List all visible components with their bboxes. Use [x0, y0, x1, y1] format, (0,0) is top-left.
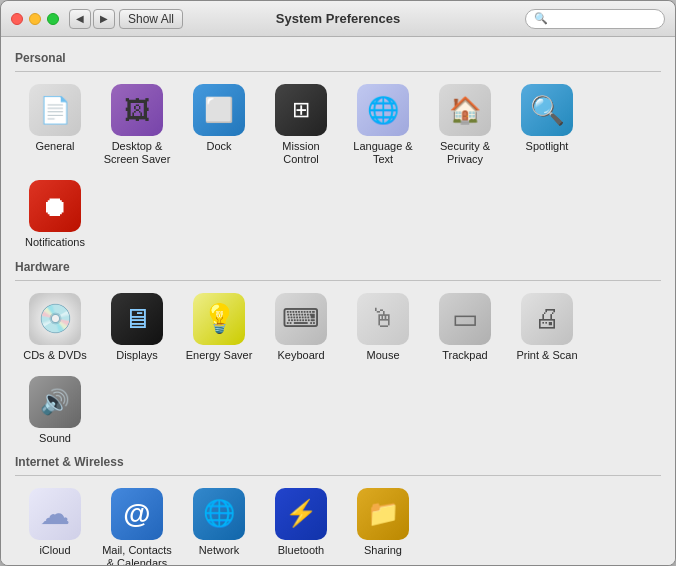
traffic-lights	[11, 13, 59, 25]
pref-label-mail: Mail, Contacts & Calendars	[101, 544, 173, 565]
pref-icon-displays: 🖥	[111, 293, 163, 345]
section-label-internet: Internet & Wireless	[15, 455, 661, 469]
icon-grid-hardware: 💿CDs & DVDs🖥Displays💡Energy Saver⌨Keyboa…	[15, 287, 661, 451]
pref-item-mail[interactable]: @Mail, Contacts & Calendars	[97, 482, 177, 565]
pref-label-icloud: iCloud	[39, 544, 70, 557]
pref-label-bluetooth: Bluetooth	[278, 544, 324, 557]
pref-label-desktop: Desktop & Screen Saver	[101, 140, 173, 166]
pref-item-sound[interactable]: 🔊Sound	[15, 370, 95, 451]
pref-item-language[interactable]: 🌐Language & Text	[343, 78, 423, 172]
pref-item-dock[interactable]: ⬜Dock	[179, 78, 259, 172]
back-button[interactable]: ◀	[69, 9, 91, 29]
section-personal: Personal📄General🖼Desktop & Screen Saver⬜…	[15, 51, 661, 256]
pref-label-print: Print & Scan	[516, 349, 577, 362]
pref-label-general: General	[35, 140, 74, 153]
section-divider-internet	[15, 475, 661, 476]
pref-item-energy[interactable]: 💡Energy Saver	[179, 287, 259, 368]
icon-grid-internet: ☁iCloud@Mail, Contacts & Calendars🌐Netwo…	[15, 482, 661, 565]
pref-icon-security: 🏠	[439, 84, 491, 136]
section-label-personal: Personal	[15, 51, 661, 65]
pref-label-language: Language & Text	[347, 140, 419, 166]
search-box[interactable]: 🔍	[525, 9, 665, 29]
pref-item-keyboard[interactable]: ⌨Keyboard	[261, 287, 341, 368]
pref-item-icloud[interactable]: ☁iCloud	[15, 482, 95, 565]
pref-label-sharing: Sharing	[364, 544, 402, 557]
pref-icon-desktop: 🖼	[111, 84, 163, 136]
titlebar: ◀ ▶ Show All System Preferences 🔍	[1, 1, 675, 37]
pref-icon-general: 📄	[29, 84, 81, 136]
pref-icon-mission: ⊞	[275, 84, 327, 136]
pref-label-cds: CDs & DVDs	[23, 349, 87, 362]
pref-label-mission: Mission Control	[265, 140, 337, 166]
pref-item-notifications[interactable]: ⏺Notifications	[15, 174, 95, 255]
pref-item-security[interactable]: 🏠Security & Privacy	[425, 78, 505, 172]
pref-icon-network: 🌐	[193, 488, 245, 540]
pref-item-print[interactable]: 🖨Print & Scan	[507, 287, 587, 368]
show-all-button[interactable]: Show All	[119, 9, 183, 29]
search-icon: 🔍	[534, 12, 548, 25]
pref-icon-mouse: 🖱	[357, 293, 409, 345]
section-divider-personal	[15, 71, 661, 72]
pref-label-sound: Sound	[39, 432, 71, 445]
section-label-hardware: Hardware	[15, 260, 661, 274]
pref-label-notifications: Notifications	[25, 236, 85, 249]
search-input[interactable]	[552, 13, 656, 25]
pref-icon-sound: 🔊	[29, 376, 81, 428]
close-button[interactable]	[11, 13, 23, 25]
pref-label-mouse: Mouse	[366, 349, 399, 362]
preferences-content: Personal📄General🖼Desktop & Screen Saver⬜…	[1, 37, 675, 565]
pref-label-trackpad: Trackpad	[442, 349, 487, 362]
pref-item-cds[interactable]: 💿CDs & DVDs	[15, 287, 95, 368]
pref-label-security: Security & Privacy	[429, 140, 501, 166]
pref-item-trackpad[interactable]: ▭Trackpad	[425, 287, 505, 368]
pref-icon-notifications: ⏺	[29, 180, 81, 232]
system-preferences-window: ◀ ▶ Show All System Preferences 🔍 Person…	[0, 0, 676, 566]
pref-label-spotlight: Spotlight	[526, 140, 569, 153]
pref-item-bluetooth[interactable]: ⚡Bluetooth	[261, 482, 341, 565]
pref-label-displays: Displays	[116, 349, 158, 362]
pref-label-network: Network	[199, 544, 239, 557]
pref-item-general[interactable]: 📄General	[15, 78, 95, 172]
pref-icon-cds: 💿	[29, 293, 81, 345]
pref-item-displays[interactable]: 🖥Displays	[97, 287, 177, 368]
pref-icon-bluetooth: ⚡	[275, 488, 327, 540]
pref-icon-sharing: 📁	[357, 488, 409, 540]
pref-item-network[interactable]: 🌐Network	[179, 482, 259, 565]
section-hardware: Hardware💿CDs & DVDs🖥Displays💡Energy Save…	[15, 260, 661, 451]
section-internet: Internet & Wireless☁iCloud@Mail, Contact…	[15, 455, 661, 565]
section-divider-hardware	[15, 280, 661, 281]
pref-label-dock: Dock	[206, 140, 231, 153]
window-title: System Preferences	[276, 11, 400, 26]
pref-icon-print: 🖨	[521, 293, 573, 345]
pref-item-spotlight[interactable]: 🔍Spotlight	[507, 78, 587, 172]
pref-icon-spotlight: 🔍	[521, 84, 573, 136]
pref-icon-energy: 💡	[193, 293, 245, 345]
pref-icon-keyboard: ⌨	[275, 293, 327, 345]
pref-item-sharing[interactable]: 📁Sharing	[343, 482, 423, 565]
pref-icon-language: 🌐	[357, 84, 409, 136]
pref-icon-icloud: ☁	[29, 488, 81, 540]
pref-item-mouse[interactable]: 🖱Mouse	[343, 287, 423, 368]
pref-icon-trackpad: ▭	[439, 293, 491, 345]
pref-item-desktop[interactable]: 🖼Desktop & Screen Saver	[97, 78, 177, 172]
pref-icon-mail: @	[111, 488, 163, 540]
forward-button[interactable]: ▶	[93, 9, 115, 29]
pref-label-keyboard: Keyboard	[277, 349, 324, 362]
pref-icon-dock: ⬜	[193, 84, 245, 136]
pref-label-energy: Energy Saver	[186, 349, 253, 362]
minimize-button[interactable]	[29, 13, 41, 25]
maximize-button[interactable]	[47, 13, 59, 25]
nav-buttons: ◀ ▶	[69, 9, 115, 29]
pref-item-mission[interactable]: ⊞Mission Control	[261, 78, 341, 172]
icon-grid-personal: 📄General🖼Desktop & Screen Saver⬜Dock⊞Mis…	[15, 78, 661, 256]
